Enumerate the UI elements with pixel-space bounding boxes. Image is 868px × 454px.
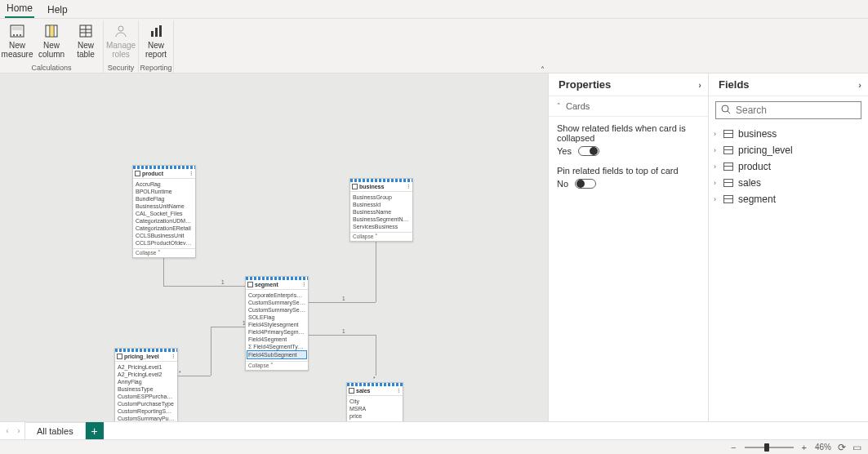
- card-collapse-toggle[interactable]: Collapse ˄: [133, 248, 195, 257]
- field-item[interactable]: CategorizationERetail: [136, 225, 193, 232]
- fit-to-page-icon[interactable]: ⟳: [838, 442, 846, 453]
- new-report-button[interactable]: New report: [139, 22, 173, 59]
- status-bar: − + 46% ⟳ ▭: [0, 439, 868, 454]
- canvas-collapse-toggle[interactable]: ˄: [541, 65, 545, 74]
- field-item[interactable]: Field4Segment: [248, 336, 305, 343]
- model-canvas[interactable]: ˄ * 1 * 1 * 1 * 1 product ⁝: [0, 73, 548, 421]
- page-nav-prev[interactable]: ‹: [2, 423, 13, 439]
- field-item[interactable]: BPOLRuntime: [136, 188, 193, 195]
- table-icon: [352, 184, 358, 189]
- field-item[interactable]: CCLSBusinessUnit: [136, 232, 193, 239]
- table-card-segment[interactable]: segment ⁝ CorporateEnterpriseFlag Custom…: [245, 276, 309, 371]
- toggle-show-related[interactable]: [578, 146, 599, 156]
- new-table-button[interactable]: New table: [69, 22, 103, 59]
- field-item[interactable]: BusinessType: [118, 385, 175, 393]
- field-item[interactable]: price: [349, 412, 400, 420]
- field-item[interactable]: SOLEFlag: [248, 314, 305, 321]
- field-item[interactable]: CategorizationUDMField: [136, 217, 193, 225]
- new-measure-button[interactable]: New measure: [0, 22, 34, 59]
- table-card-business[interactable]: business ⁝ BusinessGroup BusinessId Busi…: [349, 178, 413, 242]
- card-menu-icon[interactable]: ⁝: [171, 353, 176, 360]
- new-measure-label: New measure: [2, 41, 33, 59]
- tab-home[interactable]: Home: [5, 1, 34, 18]
- new-column-button[interactable]: New column: [34, 22, 69, 59]
- svg-point-17: [722, 105, 728, 112]
- fullscreen-icon[interactable]: ▭: [852, 442, 861, 453]
- relationship-cardinality: 1: [341, 328, 346, 334]
- properties-section-cards[interactable]: ˄ Cards: [549, 96, 708, 117]
- field-item[interactable]: A2_PricingLevel1: [118, 363, 175, 371]
- card-menu-icon[interactable]: ⁝: [397, 387, 401, 394]
- chevron-right-icon: ›: [714, 146, 720, 154]
- card-collapse-toggle[interactable]: Collapse ˄: [246, 361, 308, 370]
- table-icon: [723, 130, 733, 138]
- field-item[interactable]: AnnyFlag: [118, 378, 175, 385]
- field-item[interactable]: BusinessUnitName: [136, 203, 193, 210]
- svg-rect-4: [12, 27, 22, 30]
- fields-table-item[interactable]: › product: [709, 158, 868, 175]
- field-item[interactable]: BundleFlag: [136, 195, 193, 203]
- field-item[interactable]: Field4PrimarySegment: [248, 328, 305, 336]
- relationship-line[interactable]: [211, 327, 245, 327]
- tab-help[interactable]: Help: [46, 2, 69, 18]
- field-item[interactable]: CCLSProductOfdevicesAndServices: [136, 239, 193, 247]
- field-item[interactable]: Field4SegmentTypeId: [248, 343, 305, 350]
- field-item[interactable]: AccruRag: [136, 180, 193, 188]
- relationship-line[interactable]: [163, 286, 245, 287]
- field-item[interactable]: A2_PricingLevel2: [118, 371, 175, 378]
- add-page-button[interactable]: +: [86, 422, 104, 440]
- field-item[interactable]: Field4SubSegment: [247, 350, 307, 359]
- fields-table-item[interactable]: › business: [709, 126, 868, 142]
- fields-search[interactable]: [715, 101, 861, 119]
- fields-table-item[interactable]: › segment: [709, 191, 868, 207]
- table-card-product[interactable]: product ⁝ AccruRag BPOLRuntime BundleFla…: [132, 165, 196, 258]
- fields-collapse-icon[interactable]: ›: [858, 80, 861, 90]
- table-icon: [117, 354, 122, 359]
- field-item[interactable]: CustomSummarySegment: [248, 306, 305, 314]
- relationship-line[interactable]: [309, 335, 376, 336]
- page-nav-next[interactable]: ›: [13, 423, 24, 439]
- chevron-right-icon: ›: [714, 162, 720, 171]
- field-item[interactable]: Field4Stylesegment: [248, 321, 305, 328]
- field-item[interactable]: CorporateEnterpriseFlag: [248, 292, 305, 299]
- fields-table-item[interactable]: › sales: [709, 175, 868, 191]
- relationship-cardinality: 1: [341, 296, 346, 301]
- card-menu-icon[interactable]: ⁝: [302, 281, 306, 288]
- field-item[interactable]: BusinessId: [353, 201, 410, 208]
- field-item[interactable]: CustomSummarySectors: [248, 299, 305, 306]
- ribbon-group-security: Manage roles Security: [104, 20, 139, 73]
- relationship-line[interactable]: [211, 327, 211, 376]
- zoom-out-button[interactable]: −: [729, 443, 737, 452]
- field-item[interactable]: CustomReportingSummaryPric...: [118, 407, 175, 415]
- card-menu-icon[interactable]: ⁝: [189, 170, 194, 177]
- fields-table-item[interactable]: › pricing_level: [709, 142, 868, 158]
- field-item[interactable]: CustomESPPurchaseType: [118, 393, 175, 400]
- toggle-pin-related[interactable]: [575, 179, 596, 189]
- field-item[interactable]: CustomPurchaseType: [118, 400, 175, 407]
- relationship-line[interactable]: [309, 302, 376, 303]
- field-item[interactable]: BusinessGroup: [353, 194, 410, 201]
- fields-search-input[interactable]: [734, 104, 860, 117]
- relationship-line[interactable]: [376, 335, 376, 380]
- properties-collapse-icon[interactable]: ›: [698, 80, 701, 90]
- field-item[interactable]: CAL_Socket_Files: [136, 210, 193, 217]
- card-collapse-toggle[interactable]: Collapse ˄: [350, 232, 412, 241]
- zoom-slider[interactable]: [745, 447, 794, 448]
- manage-roles-label: Manage roles: [106, 41, 136, 59]
- field-item[interactable]: City: [349, 398, 400, 405]
- page-tab-all-tables[interactable]: All tables: [24, 422, 86, 440]
- card-field-list: BusinessGroup BusinessId BusinessName Bu…: [350, 192, 412, 232]
- field-item[interactable]: BusinessName: [353, 208, 410, 216]
- field-item[interactable]: BusinessSegmentName: [353, 216, 410, 223]
- manage-roles-button[interactable]: Manage roles: [104, 22, 138, 59]
- properties-section-label: Cards: [566, 101, 590, 111]
- page-tab-bar: ‹ › All tables +: [0, 421, 868, 439]
- field-item[interactable]: MSRA: [349, 405, 400, 412]
- field-item[interactable]: ServicesBusiness: [353, 223, 410, 230]
- card-menu-icon[interactable]: ⁝: [407, 183, 411, 190]
- table-icon: [723, 162, 733, 171]
- relationship-line[interactable]: [178, 376, 211, 376]
- table-icon: [723, 195, 733, 203]
- zoom-in-button[interactable]: +: [800, 443, 808, 452]
- table-icon: [77, 22, 95, 40]
